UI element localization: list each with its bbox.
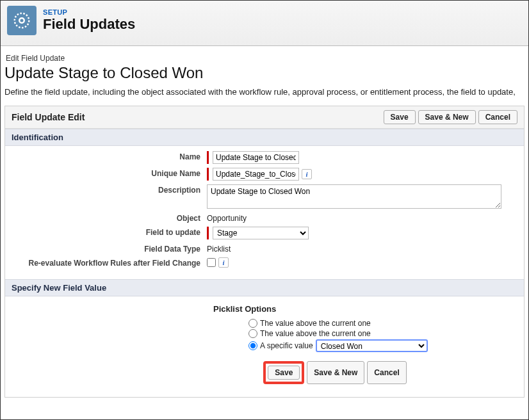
info-icon[interactable]: i: [218, 257, 229, 268]
row-object: Object Opportunity: [12, 213, 517, 223]
label-object: Object: [12, 213, 207, 223]
radio-row-specific: A specific value Closed Won: [248, 339, 517, 352]
specify-form: Picklist Options The value above the cur…: [5, 296, 524, 397]
label-name: Name: [12, 151, 207, 161]
radio-row-above2: The value above the current one: [248, 329, 517, 338]
save-new-button-top[interactable]: Save & New: [418, 110, 476, 124]
panel-title: Field Update Edit: [12, 112, 85, 122]
page-header: SETUP Field Updates: [1, 1, 528, 46]
row-field-to-update: Field to update Stage: [12, 227, 517, 239]
radio-specific-label: A specific value: [260, 341, 313, 350]
save-new-button-bottom[interactable]: Save & New: [307, 361, 364, 384]
label-reevaluate: Re-evaluate Workflow Rules after Field C…: [12, 257, 207, 268]
required-bar: [207, 151, 209, 164]
label-field-to-update: Field to update: [12, 227, 207, 237]
field-to-update-select[interactable]: Stage: [213, 227, 309, 239]
section-identification: Identification: [5, 129, 524, 146]
unique-name-input[interactable]: [213, 168, 299, 181]
page-title: Update Stage to Closed Won: [4, 64, 525, 82]
row-field-data-type: Field Data Type Picklist: [12, 243, 517, 254]
description-textarea[interactable]: [207, 184, 501, 209]
gear-icon: [12, 11, 31, 30]
field-data-type-value: Picklist: [207, 243, 231, 254]
radio-specific[interactable]: [248, 341, 257, 350]
required-bar: [207, 227, 209, 239]
radio-above-1[interactable]: [248, 319, 257, 328]
radio-above-2[interactable]: [248, 329, 257, 338]
setup-label: SETUP: [43, 8, 135, 16]
label-description: Description: [12, 184, 207, 195]
page-description: Define the field update, including the o…: [4, 87, 525, 97]
page-body: Edit Field Update Update Stage to Closed…: [1, 46, 528, 401]
svg-point-1: [15, 13, 29, 28]
required-bar: [207, 168, 209, 181]
cancel-button-top[interactable]: Cancel: [478, 110, 517, 124]
radio-row-above1: The value above the current one: [248, 319, 517, 328]
identification-form: Name Unique Name i Description: [5, 146, 524, 279]
svg-point-0: [19, 18, 24, 23]
reevaluate-checkbox[interactable]: [207, 258, 216, 267]
breadcrumb: Edit Field Update: [4, 54, 525, 63]
row-name: Name: [12, 151, 517, 164]
top-button-row: Save Save & New Cancel: [384, 110, 517, 124]
object-value: Opportunity: [207, 213, 247, 223]
save-button-top[interactable]: Save: [384, 110, 416, 124]
row-description: Description: [12, 184, 517, 209]
section-specify: Specify New Field Value: [5, 279, 524, 296]
edit-panel: Field Update Edit Save Save & New Cancel…: [4, 106, 525, 398]
radio-above-2-label: The value above the current one: [260, 329, 371, 338]
label-field-data-type: Field Data Type: [12, 243, 207, 254]
header-title: Field Updates: [43, 16, 135, 33]
radio-above-1-label: The value above the current one: [260, 319, 371, 328]
app-frame: SETUP Field Updates Edit Field Update Up…: [0, 0, 529, 420]
save-button-bottom[interactable]: Save: [268, 366, 300, 380]
info-icon[interactable]: i: [302, 169, 312, 179]
row-unique-name: Unique Name i: [12, 168, 517, 181]
picklist-options-heading: Picklist Options: [213, 304, 517, 314]
name-input[interactable]: [213, 151, 299, 164]
save-highlight: Save: [263, 361, 304, 384]
specific-value-select[interactable]: Closed Won: [316, 339, 428, 352]
header-text: SETUP Field Updates: [43, 8, 135, 33]
bottom-button-row: Save Save & New Cancel: [152, 361, 517, 384]
row-reevaluate: Re-evaluate Workflow Rules after Field C…: [12, 257, 517, 268]
label-unique-name: Unique Name: [12, 168, 207, 178]
cancel-button-bottom[interactable]: Cancel: [367, 361, 406, 384]
gear-tile: [7, 6, 37, 35]
panel-header: Field Update Edit Save Save & New Cancel: [5, 106, 524, 129]
